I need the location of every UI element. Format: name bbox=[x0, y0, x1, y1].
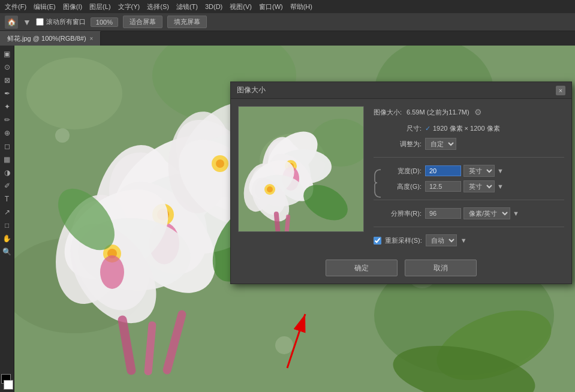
fill-screen-button[interactable]: 填充屏幕 bbox=[167, 16, 207, 28]
toolbar: 🏠 ▼ 滚动所有窗口 100% 适合屏幕 填充屏幕 bbox=[0, 13, 575, 31]
tool-eraser[interactable]: ◻ bbox=[1, 140, 13, 152]
menu-item-help[interactable]: 帮助(H) bbox=[290, 2, 312, 11]
resample-arrow-icon: ▼ bbox=[460, 237, 467, 244]
menu-item-file[interactable]: 文件(F) bbox=[5, 2, 26, 11]
dialog-title-bar: 图像大小 × bbox=[231, 82, 571, 99]
home-icon: 🏠 bbox=[7, 18, 16, 26]
dialog-close-button[interactable]: × bbox=[556, 86, 565, 95]
gear-icon[interactable]: ⚙ bbox=[474, 107, 482, 117]
wh-group: 宽度(D): 英寸 ▼ 高度(G): bbox=[374, 165, 564, 192]
menu-bar: 文件(F) 编辑(E) 图像(I) 图层(L) 文字(Y) 选择(S) 滤镜(T… bbox=[0, 0, 575, 13]
settings-panel: 图像大小: 6.59M (之前为11.7M) ⚙ 尺寸: ✓ 1920 像素 ×… bbox=[374, 106, 564, 246]
dimension-value: 1920 像素 × 1200 像素 bbox=[433, 124, 500, 133]
tool-crop[interactable]: ⊠ bbox=[1, 74, 13, 86]
width-value-area: 英寸 ▼ bbox=[425, 165, 564, 177]
adjust-label: 调整为: bbox=[374, 140, 422, 149]
tool-text[interactable]: T bbox=[1, 193, 13, 205]
svg-point-30 bbox=[216, 159, 224, 168]
adjust-row: 调整为: 自定 bbox=[374, 138, 564, 150]
width-input[interactable] bbox=[425, 165, 461, 176]
svg-point-1 bbox=[26, 58, 122, 129]
confirm-button[interactable]: 确定 bbox=[326, 260, 398, 276]
dialog-content: 图像大小: 6.59M (之前为11.7M) ⚙ 尺寸: ✓ 1920 像素 ×… bbox=[231, 99, 571, 254]
adjust-value-area: 自定 bbox=[425, 138, 564, 150]
link-bracket-icon bbox=[372, 167, 382, 198]
tab-label: 鲜花.jpg @ 100%(RGB/8#) bbox=[7, 34, 86, 43]
tool-clone[interactable]: ⊕ bbox=[1, 127, 13, 139]
tool-gradient[interactable]: ▦ bbox=[1, 153, 13, 165]
scroll-all-checkbox[interactable] bbox=[36, 18, 44, 26]
height-value-area: 英寸 ▼ bbox=[425, 180, 564, 192]
tool-brush[interactable]: ✏ bbox=[1, 114, 13, 126]
tab-close-button[interactable]: × bbox=[90, 35, 94, 42]
menu-item-layer[interactable]: 图层(L) bbox=[89, 2, 110, 11]
tool-zoom[interactable]: 🔍 bbox=[1, 246, 13, 258]
tool-shapes[interactable]: □ bbox=[1, 219, 13, 231]
image-size-dialog: 图像大小 × bbox=[230, 82, 572, 284]
main-area: ▣ ⊙ ⊠ ✒ ✦ ✏ ⊕ ◻ ▦ ◑ ✐ T ↗ □ ✋ 🔍 bbox=[0, 46, 575, 392]
preview-image bbox=[239, 107, 364, 232]
cancel-button[interactable]: 取消 bbox=[405, 260, 477, 276]
image-size-label: 图像大小: bbox=[374, 108, 402, 117]
resolution-unit-select[interactable]: 像素/英寸 bbox=[463, 207, 510, 219]
scroll-all-checkbox-area: 滚动所有窗口 bbox=[36, 17, 86, 26]
dimension-row: 尺寸: ✓ 1920 像素 × 1200 像素 bbox=[374, 124, 564, 133]
tab-flower[interactable]: 鲜花.jpg @ 100%(RGB/8#) × bbox=[0, 31, 101, 46]
resolution-value-area: 像素/英寸 ▼ bbox=[425, 207, 564, 219]
toolbox: ▣ ⊙ ⊠ ✒ ✦ ✏ ⊕ ◻ ▦ ◑ ✐ T ↗ □ ✋ 🔍 bbox=[0, 46, 14, 392]
menu-item-image[interactable]: 图像(I) bbox=[63, 2, 82, 11]
image-size-value: 6.59M (之前为11.7M) bbox=[407, 108, 469, 117]
menu-item-3d[interactable]: 3D(D) bbox=[205, 3, 222, 10]
height-unit-arrow-icon: ▼ bbox=[497, 183, 504, 190]
dialog-preview bbox=[238, 106, 364, 232]
width-unit-select[interactable]: 英寸 bbox=[463, 165, 495, 177]
tool-select[interactable]: ▣ bbox=[1, 48, 13, 60]
resample-row: 重新采样(S): 自动 ▼ bbox=[374, 234, 564, 246]
divider-1 bbox=[374, 157, 564, 158]
svg-point-38 bbox=[55, 128, 70, 143]
dimension-check-icon: ✓ bbox=[425, 125, 431, 132]
tool-eyedropper[interactable]: ✒ bbox=[1, 88, 13, 99]
dialog-footer: 确定 取消 bbox=[231, 254, 571, 284]
resample-checkbox[interactable] bbox=[374, 237, 381, 245]
menu-item-text[interactable]: 文字(Y) bbox=[118, 2, 140, 11]
menu-item-view[interactable]: 视图(V) bbox=[230, 2, 252, 11]
resample-select[interactable]: 自动 bbox=[426, 234, 457, 246]
tool-pen[interactable]: ✐ bbox=[1, 180, 13, 192]
height-unit-select[interactable]: 英寸 bbox=[463, 180, 495, 192]
divider-3 bbox=[374, 227, 564, 227]
height-input[interactable] bbox=[425, 181, 461, 192]
dimension-label: 尺寸: bbox=[374, 124, 422, 133]
width-row: 宽度(D): 英寸 ▼ bbox=[374, 165, 564, 177]
image-size-info: 图像大小: 6.59M (之前为11.7M) ⚙ bbox=[374, 107, 564, 117]
zoom-display: 100% bbox=[91, 17, 118, 27]
menu-item-filter[interactable]: 滤镜(T) bbox=[176, 2, 198, 11]
tool-dodge[interactable]: ◑ bbox=[1, 167, 13, 179]
resolution-input[interactable] bbox=[425, 208, 461, 219]
resolution-row: 分辨率(R): 像素/英寸 ▼ bbox=[374, 207, 564, 219]
menu-item-window[interactable]: 窗口(W) bbox=[259, 2, 283, 11]
scroll-all-label: 滚动所有窗口 bbox=[46, 17, 86, 26]
arrow-icon: ▼ bbox=[23, 17, 31, 27]
background-color[interactable] bbox=[4, 380, 13, 390]
tab-bar: 鲜花.jpg @ 100%(RGB/8#) × bbox=[0, 31, 575, 46]
dialog-title: 图像大小 bbox=[237, 85, 266, 95]
home-button[interactable]: 🏠 bbox=[5, 16, 18, 29]
tool-hand[interactable]: ✋ bbox=[1, 233, 13, 245]
width-unit-arrow-icon: ▼ bbox=[497, 167, 504, 174]
height-row: 高度(G): 英寸 ▼ bbox=[374, 180, 564, 192]
menu-item-edit[interactable]: 编辑(E) bbox=[34, 2, 56, 11]
tool-path-select[interactable]: ↗ bbox=[1, 206, 13, 218]
adjust-select[interactable]: 自定 bbox=[425, 138, 456, 150]
canvas-area: 图像大小 × bbox=[14, 46, 575, 392]
fit-screen-button[interactable]: 适合屏幕 bbox=[123, 16, 162, 28]
tool-spot-heal[interactable]: ✦ bbox=[1, 101, 13, 113]
svg-point-41 bbox=[275, 336, 293, 354]
svg-point-59 bbox=[267, 186, 273, 192]
tool-lasso[interactable]: ⊙ bbox=[1, 61, 13, 73]
menu-item-select[interactable]: 选择(S) bbox=[147, 2, 169, 11]
resolution-unit-arrow-icon: ▼ bbox=[513, 210, 519, 217]
resolution-label: 分辨率(R): bbox=[374, 209, 422, 218]
svg-point-23 bbox=[100, 255, 124, 289]
dimension-value-area: ✓ 1920 像素 × 1200 像素 bbox=[425, 124, 564, 133]
